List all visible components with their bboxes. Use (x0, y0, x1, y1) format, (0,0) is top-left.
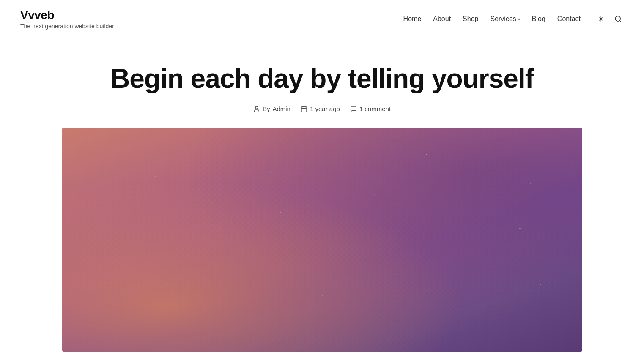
nav-item-services[interactable]: Services ▾ (490, 15, 520, 23)
svg-line-1 (619, 20, 621, 22)
site-title[interactable]: Vvveb (20, 8, 114, 22)
post-image-bg (62, 128, 582, 352)
author-name[interactable]: Admin (272, 105, 290, 112)
post-date-value: 1 year ago (310, 105, 340, 112)
post-comments: 1 comment (350, 105, 391, 112)
nav-item-contact[interactable]: Contact (557, 15, 581, 23)
site-header: Vvveb The next generation website builde… (0, 0, 644, 38)
site-tagline: The next generation website builder (20, 23, 114, 30)
sun-icon: ☀ (597, 14, 604, 24)
nav-item-blog[interactable]: Blog (532, 15, 545, 23)
post-featured-image (62, 128, 582, 352)
search-button[interactable] (613, 14, 624, 25)
nav-icon-group: ☀ (596, 13, 624, 25)
main-content: Begin each day by telling yourself By Ad… (0, 38, 644, 352)
svg-point-2 (255, 106, 258, 109)
calendar-icon (301, 106, 307, 112)
search-icon (614, 15, 622, 23)
post-comments-value[interactable]: 1 comment (359, 105, 391, 112)
site-brand: Vvveb The next generation website builde… (20, 8, 114, 30)
main-nav: Home About Shop Services ▾ Blog Contact … (403, 13, 624, 25)
theme-toggle-button[interactable]: ☀ (596, 13, 606, 25)
post-date: 1 year ago (301, 105, 340, 112)
chevron-down-icon: ▾ (518, 17, 520, 22)
post-meta: By Admin 1 year ago 1 comment (253, 105, 391, 112)
post-author: By Admin (253, 105, 290, 112)
post-title: Begin each day by telling yourself (110, 64, 534, 93)
comment-icon (350, 106, 357, 112)
author-label: By (263, 105, 270, 112)
nav-item-shop[interactable]: Shop (463, 15, 478, 23)
svg-rect-3 (301, 107, 307, 112)
user-icon (253, 106, 260, 112)
nav-item-about[interactable]: About (433, 15, 451, 23)
nav-item-home[interactable]: Home (403, 15, 422, 23)
